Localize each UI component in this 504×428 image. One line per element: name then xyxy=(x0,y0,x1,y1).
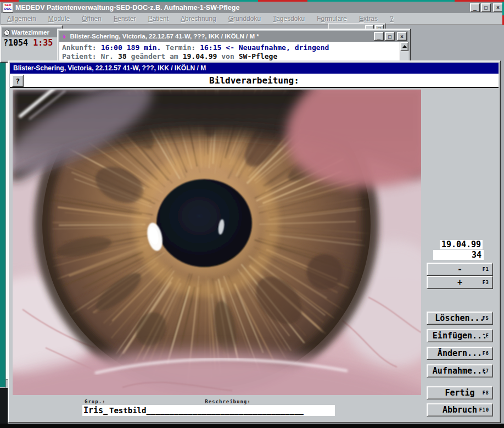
patient-titlebar[interactable]: ♀ Blister-Schering, Victoria, 22.12.57 4… xyxy=(59,31,408,42)
description-label: Beschreibung: xyxy=(173,399,283,404)
fkey-label: F5 xyxy=(483,315,489,321)
urgency-flag: dringend xyxy=(295,43,329,52)
menu-formulare[interactable]: Formulare xyxy=(311,15,353,23)
minimize-icon[interactable]: _ xyxy=(470,3,480,12)
image-count[interactable]: 34 xyxy=(433,250,484,260)
patient-nr: 38 xyxy=(118,52,127,60)
wartezimmer-body: ?1054 1:35 xyxy=(2,38,61,62)
cancel-button[interactable]: AbbruchF10 xyxy=(427,403,493,416)
clock-icon xyxy=(4,30,10,36)
by-label: von xyxy=(221,52,234,60)
bildverarbeitung-titlebar[interactable]: Blister-Schering, Victoria, 22.12.57 41-… xyxy=(10,63,499,74)
fkey-label: F8 xyxy=(483,390,489,396)
arrival-line: Ankunft:16:00189 min.Termin:16:15<- Neua… xyxy=(62,43,408,52)
patient-line: Patient: Nr.38geändert am19.04.99vonSW-P… xyxy=(62,52,408,61)
screen: SED DOC MEDEDV Patientenverwaltung-SED-D… xyxy=(0,0,504,428)
menu-oeffnen[interactable]: Öffnen xyxy=(76,15,108,23)
capture-button[interactable]: Aufnahme...F7 xyxy=(427,364,493,377)
patient-info: Ankunft:16:00189 min.Termin:16:15<- Neua… xyxy=(59,42,408,61)
screen-bottom-edge xyxy=(0,424,504,428)
wartezimmer-title: Wartezimmer xyxy=(12,29,49,36)
next-image-button[interactable]: +F3 xyxy=(427,276,493,289)
maximize-icon[interactable]: □ xyxy=(481,3,491,12)
fkey-label: ^E xyxy=(483,333,489,338)
bildverarbeitung-title: Blister-Schering, Victoria, 22.12.57 41-… xyxy=(13,64,206,72)
female-icon: ♀ xyxy=(61,32,68,41)
fkey-label: F10 xyxy=(479,407,489,413)
close-icon[interactable]: × xyxy=(397,32,407,41)
arrival-label: Ankunft: xyxy=(62,43,97,52)
menu-grunddoku[interactable]: Grunddoku xyxy=(222,15,267,23)
group-field[interactable]: Iris_ xyxy=(82,405,108,416)
arrival-time: 16:00 xyxy=(101,43,122,52)
capture-artifact xyxy=(0,0,504,2)
fkey-label: F1 xyxy=(483,266,489,272)
menu-tagesdoku[interactable]: Tagesdoku xyxy=(267,15,311,23)
main-titlebar: SED DOC MEDEDV Patientenverwaltung-SED-D… xyxy=(1,2,504,13)
close-icon[interactable]: × xyxy=(493,3,503,12)
image-date: 19.04.99 xyxy=(440,240,483,249)
wartezimmer-titlebar[interactable]: Wartezimmer xyxy=(2,27,61,37)
minimize-icon[interactable]: _ xyxy=(374,32,384,41)
bildverarbeitung-header: ? Bildverarbeitung: xyxy=(10,74,499,88)
wartezimmer-window: Wartezimmer ?1054 1:35 xyxy=(0,25,63,63)
menu-help[interactable]: ? xyxy=(384,15,400,23)
iris-image xyxy=(13,90,421,395)
fkey-label: F3 xyxy=(483,280,489,285)
desktop-strip xyxy=(0,62,5,387)
bildverarbeitung-window: Blister-Schering, Victoria, 22.12.57 41-… xyxy=(8,60,501,423)
waiting-time: 1:35 xyxy=(33,38,53,62)
sed-doc-app-icon: SED DOC xyxy=(3,3,13,13)
patient-scrollbar[interactable] xyxy=(400,42,408,61)
group-label: Grup.: xyxy=(85,399,106,404)
scroll-up-icon[interactable] xyxy=(400,42,408,51)
change-button[interactable]: Ändern...F6 xyxy=(427,347,493,360)
patient-nr-label: Patient: Nr. xyxy=(62,52,114,60)
previous-image-button[interactable]: -F1 xyxy=(427,263,493,276)
app-title: MEDEDV Patientenverwaltung-SED-DOC-z.B. … xyxy=(15,4,239,12)
appointment-time: 16:15 xyxy=(200,43,221,52)
menu-abrechnung[interactable]: Abrechnung xyxy=(175,15,222,23)
patient-window-title: Blister-Schering, Victoria, 22.12.57 41-… xyxy=(70,33,259,40)
waiting-duration: 189 min. xyxy=(127,43,161,52)
menu-fenster[interactable]: Fenster xyxy=(108,15,142,23)
appointment-label: Termin: xyxy=(165,43,195,52)
description-field[interactable]: Testbild________________________________… xyxy=(108,405,335,416)
patient-window: ♀ Blister-Schering, Victoria, 22.12.57 4… xyxy=(57,29,411,62)
fkey-label: F6 xyxy=(483,351,489,356)
menu-extras[interactable]: Extras xyxy=(353,15,384,23)
menu-allgemein[interactable]: Allgemein xyxy=(1,15,42,23)
changed-label: geändert am xyxy=(131,52,178,60)
delete-button[interactable]: Löschen...F5 xyxy=(427,312,493,325)
screen-corner-shadow xyxy=(0,388,8,424)
menu-patient[interactable]: Patient xyxy=(142,15,175,23)
fkey-label: F7 xyxy=(483,368,489,374)
maximize-icon[interactable]: □ xyxy=(385,32,395,41)
insert-button[interactable]: Einfügen...^E xyxy=(427,329,493,342)
admission-note: <- Neuaufnahme, xyxy=(226,43,290,52)
menu-module[interactable]: Module xyxy=(42,15,76,23)
iris-photo xyxy=(13,90,421,395)
waiting-count: ?1054 xyxy=(3,38,28,62)
changed-by: SW-Pflege xyxy=(239,52,277,60)
page-title: Bildverarbeitung: xyxy=(10,75,499,86)
changed-date: 19.04.99 xyxy=(183,52,217,60)
menubar: Allgemein Module Öffnen Fenster Patient … xyxy=(1,13,503,25)
done-button[interactable]: FertigF8 xyxy=(427,386,493,399)
